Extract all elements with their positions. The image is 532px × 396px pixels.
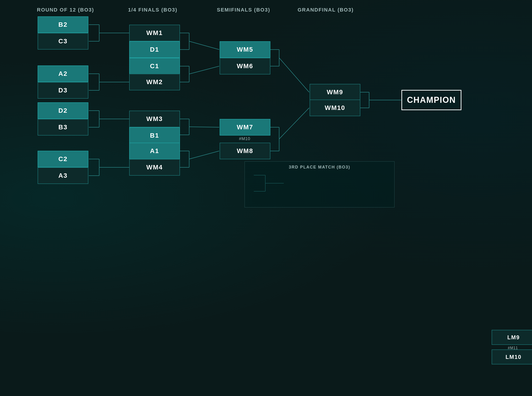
team-wm5[interactable]: WM5 — [220, 41, 270, 58]
svg-line-28 — [189, 66, 219, 74]
champion-box: CHAMPION — [402, 90, 461, 110]
header-round-of-12: ROUND OF 12 (BO3) — [37, 7, 94, 13]
team-d2[interactable]: D2 — [38, 102, 88, 119]
match-label-m10: #M10 — [239, 136, 250, 141]
svg-line-40 — [279, 58, 309, 92]
header-semifinals: SEMIFINALS (BO3) — [217, 7, 270, 13]
svg-line-32 — [189, 127, 219, 127]
team-c1[interactable]: C1 — [129, 58, 180, 75]
team-wm10[interactable]: WM10 — [310, 99, 360, 116]
team-wm1[interactable]: WM1 — [129, 25, 180, 41]
team-a1[interactable]: A1 — [129, 143, 180, 159]
team-b1[interactable]: B1 — [129, 127, 180, 144]
header-quarter-finals: 1/4 FINALS (BO3) — [128, 7, 177, 13]
team-wm8[interactable]: WM8 — [220, 143, 270, 159]
team-wm4[interactable]: WM4 — [129, 159, 180, 176]
team-c3[interactable]: C3 — [38, 33, 88, 50]
svg-line-24 — [189, 41, 219, 50]
team-lm9[interactable]: LM9 — [492, 330, 532, 345]
team-lm10[interactable]: LM10 — [492, 349, 532, 364]
svg-line-44 — [279, 108, 309, 139]
team-d1[interactable]: D1 — [129, 41, 180, 58]
team-b2[interactable]: B2 — [38, 16, 88, 33]
team-c2[interactable]: C2 — [38, 151, 88, 167]
team-wm2[interactable]: WM2 — [129, 74, 180, 90]
team-wm7[interactable]: WM7 — [220, 119, 270, 135]
team-wm3[interactable]: WM3 — [129, 111, 180, 127]
team-a2[interactable]: A2 — [38, 65, 88, 82]
team-d3[interactable]: D3 — [38, 82, 88, 99]
team-wm9[interactable]: WM9 — [310, 84, 360, 100]
header-grand-final: GRANDFINAL (BO3) — [298, 7, 354, 13]
team-wm6[interactable]: WM6 — [220, 58, 270, 75]
team-b3[interactable]: B3 — [38, 119, 88, 135]
third-place-header: 3RD PLACE MATCH (BO3) — [245, 162, 394, 170]
team-a3[interactable]: A3 — [38, 167, 88, 184]
svg-line-36 — [189, 151, 219, 159]
third-place-section: 3RD PLACE MATCH (BO3) LM9 #M11 LM10 3RD … — [245, 161, 395, 207]
